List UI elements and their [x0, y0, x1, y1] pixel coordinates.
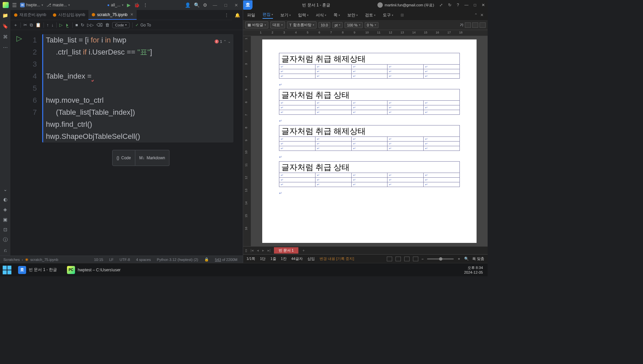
insert-markdown-button[interactable]: M↓Markdown	[135, 150, 169, 166]
next-icon[interactable]: ▸	[262, 248, 264, 253]
style-combo[interactable]: ▦바탕글▾	[245, 21, 268, 28]
ruler-vertical[interactable]: 12345678910111213141516	[243, 36, 251, 246]
vcs-icon[interactable]: ⎌	[4, 248, 7, 253]
line-sep[interactable]: LF	[107, 258, 116, 262]
para-combo[interactable]: 대표▾	[270, 21, 285, 28]
collapse-icon[interactable]: ⌄	[3, 187, 7, 192]
insert-mode[interactable]: 삽입	[307, 256, 315, 261]
add-cell-icon[interactable]: ＋	[13, 22, 18, 28]
run-icon[interactable]: ▶	[127, 2, 131, 8]
zoom-icon[interactable]: 🔍	[464, 257, 469, 261]
close-button[interactable]: ✕	[479, 3, 488, 7]
view-mode-2-icon[interactable]	[396, 257, 401, 261]
run-config[interactable]: ●all_...▾	[107, 3, 124, 7]
breadcrumb[interactable]: Scratches	[3, 258, 20, 262]
restart-icon[interactable]: ↻	[81, 22, 84, 27]
run-cell-icon[interactable]: ▷	[59, 22, 63, 27]
align-center-icon[interactable]	[472, 22, 478, 28]
run-all-icon[interactable]: ▷▷	[87, 22, 94, 27]
menu-page[interactable]: 쪽▾	[334, 12, 340, 18]
font-combo[interactable]: T함초롬바탕▾	[287, 21, 316, 28]
move-up-icon[interactable]: ↑	[47, 22, 49, 27]
taskbar-hwp[interactable]: 호빈 문서 1 - 한글	[15, 265, 60, 275]
spacing-combo[interactable]: 0 %▾	[365, 22, 378, 28]
git-branch[interactable]: ⎇maste...▾	[47, 3, 70, 7]
readonly-icon[interactable]: 🔒	[202, 257, 211, 262]
breadcrumb-file[interactable]: scratch_75.ipynb	[30, 258, 58, 262]
tabs-more-icon[interactable]: ⋮	[224, 12, 232, 17]
doc-table[interactable]: 글자처럼 취급 상태↵↵↵↵↵↵↵↵↵↵↵↵↵↵↵	[279, 161, 460, 187]
cursor-pos[interactable]: 10:15	[92, 258, 105, 262]
align-left-icon[interactable]	[465, 22, 471, 28]
first-icon[interactable]: |◂	[251, 248, 254, 253]
menu-input[interactable]: 입력▾	[298, 12, 308, 18]
align-right-icon[interactable]	[480, 22, 486, 28]
search-icon[interactable]: 🔍	[194, 2, 200, 8]
error-indicator[interactable]: !1⌃⌄	[215, 35, 231, 48]
page-info[interactable]: 1/1쪽	[246, 256, 255, 261]
goto-button[interactable]: ✓Go To	[135, 23, 151, 27]
menu-file[interactable]: 파일	[247, 12, 255, 18]
debug-cell-icon[interactable]: ⏵̤	[65, 22, 70, 27]
tab-nav-icon[interactable]: ▯	[245, 248, 247, 253]
view-mode-1-icon[interactable]	[387, 257, 392, 261]
notifications-icon[interactable]: 🔔	[232, 10, 243, 20]
maximize-button[interactable]: □	[222, 3, 229, 8]
memory[interactable]: 543 of 2200M	[213, 258, 239, 262]
size-combo[interactable]: 10.0	[318, 22, 330, 28]
cell-type-select[interactable]: Code▾	[112, 22, 130, 28]
delete-icon[interactable]: 🗑	[105, 22, 110, 27]
bookmarks-icon[interactable]: 🔖	[2, 23, 8, 29]
zoom-combo[interactable]: 100 %▾	[345, 22, 362, 28]
move-down-icon[interactable]: ↓	[52, 22, 54, 27]
fullscreen-icon[interactable]: ⤢	[437, 3, 445, 7]
unit-combo[interactable]: pt▾	[332, 22, 343, 28]
menu-view[interactable]: 보기▾	[280, 12, 291, 18]
cut-icon[interactable]: ✂	[23, 22, 27, 27]
terminal-icon[interactable]: ▣	[3, 217, 7, 222]
indent[interactable]: 4 spaces	[134, 258, 153, 262]
add-tab-icon[interactable]: ＋	[302, 248, 305, 253]
minimize-button[interactable]: —	[211, 3, 219, 8]
settings-icon[interactable]: ⚙	[203, 2, 207, 8]
ribbon-close-icon[interactable]: ✕	[480, 13, 484, 17]
zoom-slider[interactable]	[427, 258, 454, 260]
run-cell-gutter-icon[interactable]: ▷	[16, 34, 22, 256]
services-icon[interactable]: ◈	[3, 207, 7, 212]
menu-format[interactable]: 서식▾	[316, 12, 326, 18]
document-page[interactable]: 글자처럼 취급 해제상태↵↵↵↵↵↵↵↵↵↵↵↵↵↵↵↵글자처럼 취급 상태↵↵…	[262, 39, 477, 243]
hwp-user[interactable]: martinii.fun@gmail.com (무료)	[377, 2, 434, 8]
debug-icon[interactable]: 🐞	[134, 2, 140, 8]
help-icon[interactable]: ↻	[445, 3, 454, 7]
structure-icon[interactable]: ⌘	[3, 34, 8, 39]
doc-table[interactable]: 글자처럼 취급 해제상태↵↵↵↵↵↵↵↵↵↵↵↵↵↵↵	[279, 53, 460, 79]
maximize-button[interactable]: □	[471, 3, 479, 7]
start-button[interactable]	[3, 266, 11, 274]
clear-icon[interactable]: ⌫	[96, 22, 102, 27]
taskbar-pycharm[interactable]: PChwptest – C:\Users\user	[64, 265, 124, 275]
system-clock[interactable]: 오후 8:342024-12-05	[464, 265, 485, 275]
tab-file-2[interactable]: 사진삽입.ipynb	[50, 10, 88, 20]
view-mode-3-icon[interactable]	[404, 257, 410, 261]
insert-code-button[interactable]: {}Code	[112, 150, 135, 166]
prev-icon[interactable]: ◂	[257, 248, 259, 253]
zoom-in-icon[interactable]: ＋	[457, 256, 461, 261]
interpreter[interactable]: Python 3.12 (hwptest) (2)	[155, 258, 200, 262]
code-editor[interactable]: !1⌃⌄ Table_list = [i for i in hwp .ctrl_…	[42, 34, 233, 143]
close-button[interactable]: ✕	[232, 3, 240, 8]
copy-icon[interactable]: ⧉	[30, 22, 33, 28]
minimize-button[interactable]: —	[462, 3, 471, 7]
paste-icon[interactable]: 📋	[35, 22, 41, 27]
doc-table[interactable]: 글자처럼 취급 상태↵↵↵↵↵↵↵↵↵↵↵↵↵↵↵	[279, 89, 460, 115]
doc-tab[interactable]: 빈 문서 1	[274, 247, 298, 254]
project-tool-icon[interactable]: 📁	[2, 13, 8, 18]
zoom-out-icon[interactable]: −	[422, 257, 424, 261]
tab-file-3[interactable]: scratch_75.ipynb✕	[88, 10, 137, 20]
stop-icon[interactable]: ■	[75, 22, 78, 27]
track-changes[interactable]: 변경 내용 [기록 중지]	[319, 256, 354, 261]
question-icon[interactable]: ?	[454, 3, 462, 7]
ruler-horizontal[interactable]: 123456789101112131415161718	[243, 30, 488, 36]
last-icon[interactable]: ▸|	[268, 248, 271, 253]
git-icon[interactable]: ⓘ	[3, 237, 8, 243]
more-tools-icon[interactable]: ⋯	[3, 45, 8, 50]
